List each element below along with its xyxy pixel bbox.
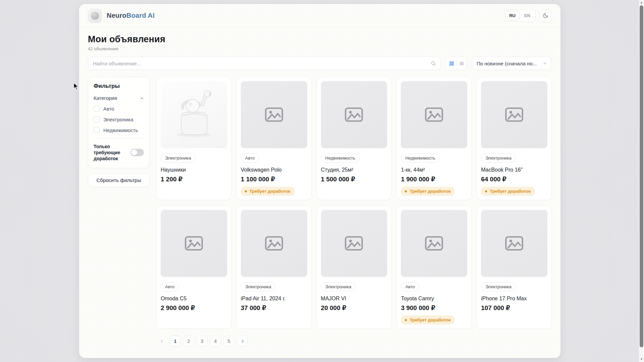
- grid-view-icon[interactable]: [449, 61, 454, 66]
- lang-en-button[interactable]: EN: [520, 11, 534, 20]
- listing-card[interactable]: Авто Omoda C5 2 900 000 ₽: [156, 205, 231, 329]
- toggle-divider: [457, 60, 457, 67]
- listing-title: MAJOR VI: [321, 296, 387, 302]
- listing-price: 20 000 ₽: [321, 304, 387, 312]
- listing-card[interactable]: Электроника iPhone 17 Pro Max 107 000 ₽: [477, 205, 552, 329]
- listings-grid: Электроника Наушники 1 200 ₽ Авто Volksw…: [156, 77, 552, 329]
- needs-work-toggle[interactable]: [130, 149, 144, 156]
- search-input[interactable]: [93, 61, 431, 66]
- listing-price: 1 100 000 ₽: [241, 175, 307, 183]
- listing-image-placeholder: [481, 210, 547, 277]
- listing-title: iPad Air 11, 2024 г.: [241, 296, 307, 302]
- listing-image-placeholder: [321, 81, 387, 148]
- brand-secondary: Board AI: [126, 12, 155, 19]
- lang-ru-button[interactable]: RU: [505, 11, 520, 20]
- pagination-page-button[interactable]: 2: [183, 336, 194, 347]
- needs-work-badge: Требует доработок: [241, 187, 294, 196]
- listing-price: 1 500 000 ₽: [321, 175, 387, 183]
- listing-title: Toyota Camry: [401, 296, 467, 302]
- listing-card[interactable]: Недвижимость 1-кк, 44м² 1 900 000 ₽ Треб…: [396, 77, 472, 200]
- page-title: Мои объявления: [88, 34, 552, 45]
- listing-card[interactable]: Авто Volkswagen Polo 1 100 000 ₽ Требует…: [236, 77, 312, 200]
- listing-card[interactable]: Электроника MacBook Pro 16" 64 000 ₽ Тре…: [477, 77, 552, 200]
- category-group-header[interactable]: Категория: [94, 95, 144, 101]
- category-filter-option[interactable]: Авто: [94, 106, 144, 112]
- image-placeholder-icon: [423, 232, 445, 254]
- checkbox-unchecked[interactable]: [94, 106, 100, 112]
- reset-filters-button[interactable]: Сбросить фильтры: [88, 174, 150, 187]
- chevron-down-icon: [543, 61, 547, 66]
- category-filter-option[interactable]: Электроника: [94, 116, 144, 122]
- category-badge: Электроника: [161, 154, 196, 163]
- listing-title: 1-кк, 44м²: [401, 167, 467, 173]
- listings-area: Электроника Наушники 1 200 ₽ Авто Volksw…: [156, 77, 552, 347]
- browser-scrollbar[interactable]: ▲ ▼: [639, 0, 644, 362]
- listing-image-placeholder: [241, 210, 307, 277]
- category-badge: Авто: [401, 282, 419, 291]
- pagination-page-button[interactable]: 4: [210, 336, 221, 347]
- scroll-down-arrow-icon[interactable]: ▼: [639, 357, 644, 362]
- pagination-page-button[interactable]: 3: [197, 336, 208, 347]
- sort-selected-value: По новизне (сначала но...: [477, 61, 543, 66]
- checkbox-unchecked[interactable]: [94, 116, 100, 122]
- view-mode-toggle: [446, 57, 467, 70]
- checkbox-unchecked[interactable]: [94, 127, 100, 133]
- theme-toggle-button[interactable]: [539, 9, 552, 22]
- status-dot-icon: [485, 190, 487, 192]
- category-badge: Авто: [241, 154, 259, 163]
- image-placeholder-icon: [343, 104, 365, 126]
- listing-title: Volkswagen Polo: [241, 167, 307, 173]
- earbuds-photo: [164, 85, 223, 144]
- brand-title: NeuroBoard AI: [107, 12, 155, 19]
- category-filter-option[interactable]: Недвижимость: [94, 127, 144, 133]
- header-actions: RU EN: [504, 9, 552, 22]
- listing-card[interactable]: Электроника MAJOR VI 20 000 ₽: [317, 205, 392, 329]
- language-switch: RU EN: [504, 9, 536, 22]
- listing-title: Студия, 25м²: [321, 167, 387, 173]
- image-placeholder-icon: [503, 104, 525, 126]
- listing-card[interactable]: Электроника Наушники 1 200 ₽: [156, 77, 231, 200]
- listing-image-placeholder: [401, 210, 467, 277]
- needs-work-filter-row: Только требующие доработок: [94, 143, 144, 162]
- moon-icon: [543, 13, 548, 18]
- image-placeholder-icon: [183, 232, 205, 254]
- scrollbar-thumb[interactable]: [640, 5, 643, 347]
- category-badge: Недвижимость: [401, 154, 439, 163]
- scroll-up-arrow-icon[interactable]: ▲: [639, 0, 644, 5]
- category-option-label: Электроника: [103, 117, 133, 122]
- listing-price: 107 000 ₽: [481, 304, 547, 312]
- pagination-page-button[interactable]: 1: [170, 336, 181, 347]
- listing-card[interactable]: Авто Toyota Camry 3 900 000 ₽ Требует до…: [396, 205, 472, 329]
- listing-price: 1 900 000 ₽: [401, 175, 467, 183]
- chevron-left-icon: [160, 339, 164, 344]
- listing-title: MacBook Pro 16": [481, 167, 547, 173]
- search-box: [88, 57, 441, 70]
- image-placeholder-icon: [423, 104, 445, 126]
- needs-work-badge-label: Требует доработок: [250, 189, 290, 194]
- category-group-label: Категория: [94, 95, 117, 101]
- category-option-label: Недвижимость: [103, 127, 138, 133]
- listing-image-placeholder: [161, 81, 227, 148]
- listing-title: Omoda C5: [161, 296, 227, 302]
- needs-work-badge-label: Требует доработок: [410, 317, 450, 322]
- pagination-page-button[interactable]: 5: [223, 336, 234, 347]
- category-badge: Недвижимость: [321, 154, 360, 163]
- chevron-right-icon: [240, 339, 245, 344]
- filter-divider: [94, 138, 144, 139]
- pagination-next-button[interactable]: [237, 336, 248, 347]
- listing-card[interactable]: Недвижимость Студия, 25м² 1 500 000 ₽: [317, 77, 392, 200]
- needs-work-badge: Требует доработок: [401, 315, 454, 324]
- pagination: 12345: [156, 336, 552, 347]
- pagination-prev-button[interactable]: [156, 336, 167, 347]
- listings-count: 42 объявления: [88, 46, 552, 51]
- chevron-up-icon: [140, 96, 144, 100]
- needs-work-badge: Требует доработок: [401, 187, 454, 196]
- image-placeholder-icon: [263, 232, 285, 254]
- listing-title: iPhone 17 Pro Max: [481, 296, 547, 302]
- filters-title: Фильтры: [94, 83, 144, 89]
- sort-dropdown[interactable]: По новизне (сначала но...: [472, 57, 552, 70]
- list-view-icon[interactable]: [459, 61, 464, 66]
- listing-card[interactable]: Электроника iPad Air 11, 2024 г. 37 000 …: [236, 205, 312, 329]
- page-main: Мои объявления 42 объявления П: [79, 34, 560, 347]
- search-icon: [431, 61, 436, 66]
